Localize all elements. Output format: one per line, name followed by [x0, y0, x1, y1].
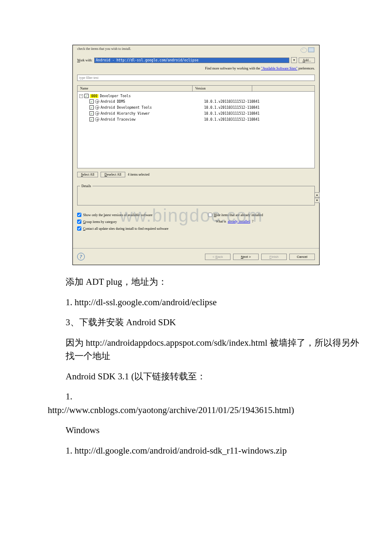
tree-child-row[interactable]: ✓ Android Hierarchy Viewer 10.0.1.v20110… [79, 110, 313, 116]
already-row: What is already installed ? [208, 218, 315, 225]
opt-latest-checkbox[interactable] [77, 213, 81, 217]
tree-child-row[interactable]: ✓ Android Development Tools 10.0.1.v2011… [79, 104, 313, 110]
items-selected-label: 4 items selected [128, 173, 150, 176]
article-p5: Android SDK 3.1 (以下链接转载至： [66, 370, 362, 384]
plugin-icon [95, 105, 99, 110]
dialog-header: check the items that you wish to install… [73, 45, 319, 55]
tree-body[interactable]: − ✓ 000 Developer Tools ✓ Android DDMS 1… [77, 92, 315, 168]
option-row: Contact all update sites during install … [77, 225, 208, 232]
available-sites-link[interactable]: "Available Software Sites" [261, 66, 297, 70]
article-p3: 3、下载并安装 Android SDK [66, 316, 362, 330]
column-name[interactable]: Name [78, 86, 193, 91]
svg-rect-3 [309, 48, 314, 52]
parent-checkbox[interactable]: ✓ [84, 94, 89, 98]
work-with-dropdown[interactable]: ▼ [291, 57, 297, 63]
header-logo-icon [299, 45, 316, 55]
work-with-row: Work with: ▼ Add... [73, 55, 319, 66]
scroll-down-icon[interactable]: ▼ [314, 198, 320, 203]
options-left: Show only the latest versions of availab… [77, 211, 208, 232]
child-name: Android DDMS [101, 100, 203, 104]
deselect-all-button[interactable]: Deselect All [101, 172, 125, 177]
tree-header: Name Version [77, 85, 315, 92]
plugin-icon [95, 99, 99, 104]
article-p8: 1. http://dl.google.com/android/android-… [66, 444, 362, 458]
opt-latest-label: Show only the latest versions of availab… [83, 213, 153, 217]
child-version: 10.0.1.v201103111512-110841 [204, 112, 259, 116]
child-checkbox[interactable]: ✓ [89, 105, 94, 110]
details-fieldset: Details ▲ ▼ [77, 184, 315, 205]
next-button[interactable]: Next > [233, 254, 259, 260]
opt-contact-checkbox[interactable] [77, 226, 81, 231]
article-p1: 添加 ADT plug，地址为： [66, 275, 362, 289]
svg-point-1 [303, 49, 303, 50]
child-version: 10.0.1.v201103111512-110841 [204, 106, 259, 110]
plugin-icon [95, 117, 99, 121]
hint-prefix: Find more software by working with the [205, 66, 261, 70]
already-suffix: ? [252, 220, 254, 223]
opt-group-checkbox[interactable] [77, 220, 81, 224]
child-checkbox[interactable]: ✓ [89, 99, 94, 104]
tree-child-row[interactable]: ✓ Android Traceview 10.0.1.v201103111512… [79, 116, 313, 122]
article-p7: Windows [66, 424, 362, 437]
options-area: ww.bingdoc.com Show only the latest vers… [73, 209, 319, 235]
details-legend: Details [80, 184, 92, 188]
install-dialog: check the items that you wish to install… [72, 45, 320, 265]
opt-contact-label: Contact all update sites during install … [83, 227, 168, 231]
parent-label: Developer Tools [100, 94, 130, 98]
article-content: 添加 ADT plug，地址为： 1. http://dl-ssl.google… [0, 265, 392, 477]
help-icon[interactable]: ? [77, 253, 85, 260]
tree-child-row[interactable]: ✓ Android DDMS 10.0.1.v201103111512-1108… [79, 98, 313, 104]
work-with-input[interactable] [94, 58, 289, 63]
finish-button[interactable]: Finish [261, 254, 287, 260]
hint-row: Find more software by working with the "… [73, 66, 319, 73]
svg-point-0 [301, 48, 307, 52]
back-button[interactable]: < Back [205, 254, 231, 260]
plugin-icon [95, 111, 99, 116]
opt-hide-checkbox[interactable] [208, 213, 212, 217]
child-name: Android Hierarchy Viewer [101, 112, 203, 116]
child-name: Android Development Tools [101, 106, 203, 110]
child-name: Android Traceview [101, 118, 203, 121]
work-with-label: Work with: [77, 58, 92, 62]
child-checkbox[interactable]: ✓ [89, 111, 94, 116]
tree-parent-row[interactable]: − ✓ 000 Developer Tools [79, 93, 313, 98]
cancel-button[interactable]: Cancel [289, 254, 315, 260]
child-checkbox[interactable]: ✓ [89, 117, 94, 121]
details-scroll: ▲ ▼ [314, 192, 320, 203]
scroll-up-icon[interactable]: ▲ [314, 192, 320, 197]
column-version[interactable]: Version [193, 86, 252, 91]
filter-input[interactable] [77, 75, 315, 81]
hint-suffix: preferences. [298, 66, 315, 70]
article-p6b: http://www.cnblogs.com/yaotong/archive/2… [48, 404, 362, 417]
article-p2: 1. http://dl-ssl.google.com/android/ecli… [66, 296, 362, 309]
collapse-icon[interactable]: − [79, 94, 83, 98]
options-right: Hide items that are already installed Wh… [208, 211, 315, 232]
article-p4: 因为 http://androidappdocs.appspot.com/sdk… [66, 336, 362, 363]
select-all-button[interactable]: Select All [77, 172, 98, 177]
select-row: Select All Deselect All 4 items selected [73, 168, 319, 181]
add-button[interactable]: Add... [299, 58, 315, 63]
already-installed-link[interactable]: already installed [228, 220, 251, 223]
opt-group-label: Group items by category [83, 220, 117, 224]
column-blank [252, 86, 314, 91]
article-p6a: 1. [66, 390, 362, 404]
option-row: Group items by category [77, 218, 208, 225]
software-tree: Name Version − ✓ 000 Developer Tools ✓ A… [77, 85, 315, 168]
child-version: 10.0.1.v201103111512-110841 [204, 118, 259, 121]
button-bar: ? < Back Next > Finish Cancel [73, 248, 319, 265]
already-prefix: What is [216, 220, 226, 223]
opt-hide-label: Hide items that are already installed [214, 213, 263, 217]
header-text: check the items that you wish to install… [77, 47, 131, 51]
option-row: Show only the latest versions of availab… [77, 211, 208, 218]
option-row: Hide items that are already installed [208, 211, 315, 218]
parent-highlight: 000 [90, 94, 98, 98]
child-version: 10.0.1.v201103111512-110841 [204, 100, 259, 104]
